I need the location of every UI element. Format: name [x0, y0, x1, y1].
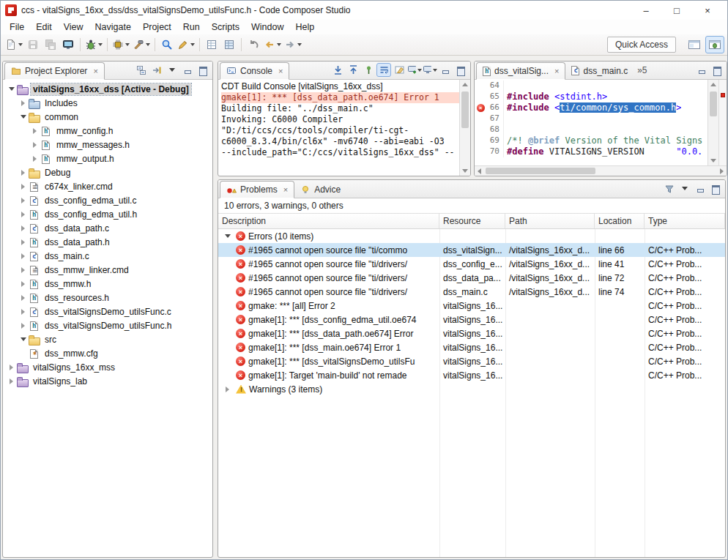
tree-expander-icon[interactable]: [18, 236, 29, 247]
column-header-description[interactable]: Description: [218, 214, 439, 228]
new-target-configuration-button[interactable]: [59, 36, 77, 53]
new-file-button[interactable]: [4, 36, 24, 53]
tree-expander-icon[interactable]: [18, 320, 29, 331]
flash-button[interactable]: [111, 36, 131, 53]
tree-item[interactable]: Includes: [3, 96, 212, 110]
scroll-to-top-button[interactable]: [346, 63, 360, 77]
registers-view-button[interactable]: [203, 36, 220, 53]
scrollbar-right-icon[interactable]: [717, 166, 727, 176]
maximize-view-button[interactable]: [453, 63, 468, 77]
tree-item[interactable]: mmw_output.h: [3, 152, 212, 165]
problem-row[interactable]: #1965 cannot open source file "ti/driver…: [218, 285, 725, 299]
back-button[interactable]: [262, 36, 283, 53]
problem-row[interactable]: #1965 cannot open source file "ti/commo …: [218, 243, 725, 257]
window-close-button[interactable]: ×: [692, 1, 723, 20]
tree-expander-icon[interactable]: [18, 348, 29, 359]
ccs-edit-perspective-button[interactable]: [685, 36, 704, 53]
tab-editor-dss-main[interactable]: dss_main.c: [565, 62, 634, 79]
editor-vertical-scrollbar[interactable]: [707, 80, 718, 165]
annotation-ruler[interactable]: [475, 92, 486, 102]
tree-expander-icon[interactable]: [18, 181, 29, 192]
scrollbar-up-icon[interactable]: [460, 80, 470, 89]
tree-expander-icon[interactable]: [18, 111, 29, 122]
maximize-view-button[interactable]: [710, 63, 724, 77]
tree-item[interactable]: dss_config_edma_util.h: [3, 207, 212, 221]
problems-group-errors[interactable]: Errors (10 items): [218, 229, 725, 243]
close-icon[interactable]: ×: [283, 185, 288, 194]
problem-row[interactable]: gmake: *** [all] Error 2 vitalSigns_16..…: [218, 299, 725, 313]
debug-button[interactable]: [83, 36, 104, 53]
annotation-ruler[interactable]: [475, 135, 486, 146]
tab-project-explorer[interactable]: Project Explorer ×: [4, 62, 105, 80]
window-minimize-button[interactable]: –: [631, 1, 661, 20]
error-marker-icon[interactable]: [477, 104, 485, 112]
annotation-ruler[interactable]: [475, 124, 486, 135]
link-with-editor-button[interactable]: [149, 63, 164, 77]
code-area[interactable]: 64 65#include <stdint.h> 66#include <ti/…: [475, 80, 707, 165]
problem-row[interactable]: gmake[1]: *** [dss_config_edma_util.oe67…: [218, 313, 725, 326]
menu-item[interactable]: Edit: [30, 20, 58, 34]
menu-item[interactable]: Run: [177, 20, 206, 34]
menu-item[interactable]: Window: [245, 20, 289, 34]
open-console-button[interactable]: [407, 63, 422, 77]
tree-item[interactable]: vitalSigns_16xx_mss: [3, 360, 212, 374]
clear-console-button[interactable]: [392, 63, 406, 77]
problem-row[interactable]: gmake[1]: *** [dss_main.oe674] Error 1 v…: [218, 340, 725, 354]
scrollbar-down-icon[interactable]: [708, 156, 718, 165]
column-header-location[interactable]: Location: [595, 214, 645, 228]
menu-item[interactable]: File: [4, 20, 30, 34]
pin-console-button[interactable]: [361, 63, 376, 77]
tree-expander-icon[interactable]: [6, 83, 17, 94]
column-header-type[interactable]: Type: [645, 214, 725, 228]
tree-item[interactable]: Debug: [3, 165, 212, 179]
tree-item[interactable]: dss_data_path.c: [3, 221, 212, 235]
tree-item[interactable]: dss_mmw.h: [3, 277, 212, 291]
tree-item[interactable]: dss_vitalSignsDemo_utilsFunc.c: [3, 305, 212, 318]
maximize-view-button[interactable]: [196, 63, 210, 77]
tree-item[interactable]: dss_mmw.cfg: [3, 346, 212, 360]
ccs-debug-perspective-button[interactable]: [705, 36, 724, 53]
tree-expander-icon[interactable]: [18, 306, 29, 317]
minimize-view-button[interactable]: [693, 182, 707, 195]
collapse-all-button[interactable]: [134, 63, 149, 77]
tree-expander-icon[interactable]: [18, 223, 29, 234]
error-overview-marker[interactable]: [721, 93, 725, 97]
menu-item[interactable]: View: [58, 20, 89, 34]
quick-access-button[interactable]: Quick Access: [607, 37, 676, 53]
tree-expander-icon[interactable]: [18, 264, 29, 275]
tree-expander-icon[interactable]: [18, 209, 29, 220]
view-menu-button[interactable]: [677, 182, 692, 195]
window-maximize-button[interactable]: □: [661, 1, 692, 20]
tab-problems[interactable]: Problems ×: [220, 181, 294, 198]
close-icon[interactable]: ×: [93, 67, 97, 75]
editor-tab-overflow-button[interactable]: »5: [634, 61, 650, 79]
search-button[interactable]: [158, 36, 176, 53]
tree-expander-icon[interactable]: [6, 376, 17, 387]
scrollbar-up-icon[interactable]: [708, 80, 718, 89]
scrollbar-down-icon[interactable]: [460, 166, 470, 176]
tree-expander-icon[interactable]: [18, 292, 29, 303]
tree-item[interactable]: vitalSigns_16xx_dss [Active - Debug]: [3, 82, 212, 96]
save-all-button[interactable]: [42, 36, 59, 53]
scroll-to-bottom-button[interactable]: [330, 63, 345, 77]
editor-horizontal-scrollbar[interactable]: [475, 165, 727, 176]
annotation-ruler[interactable]: [475, 146, 486, 157]
scrollbar-thumb[interactable]: [710, 92, 717, 116]
group-expander-icon[interactable]: [222, 231, 233, 242]
display-console-button[interactable]: [423, 63, 437, 77]
scrollbar-thumb[interactable]: [461, 92, 469, 128]
last-edit-location-button[interactable]: [245, 36, 262, 53]
problems-group-warnings[interactable]: Warnings (3 items): [218, 382, 725, 396]
menu-item[interactable]: Scripts: [206, 20, 245, 34]
console-vertical-scrollbar[interactable]: [459, 80, 470, 176]
column-header-path[interactable]: Path: [505, 214, 595, 228]
scrollbar-left-icon[interactable]: [475, 166, 484, 176]
tree-item[interactable]: vitalSigns_lab: [3, 374, 212, 388]
word-wrap-button[interactable]: [376, 63, 391, 77]
filter-button[interactable]: [662, 182, 677, 195]
tree-expander-icon[interactable]: [18, 278, 29, 289]
problem-row[interactable]: gmake[1]: Target 'main-build' not remade…: [218, 368, 725, 382]
close-icon[interactable]: ×: [278, 67, 283, 75]
forward-button[interactable]: [283, 36, 303, 53]
console-output[interactable]: CDT Build Console [vitalSigns_16xx_dss] …: [218, 80, 459, 176]
